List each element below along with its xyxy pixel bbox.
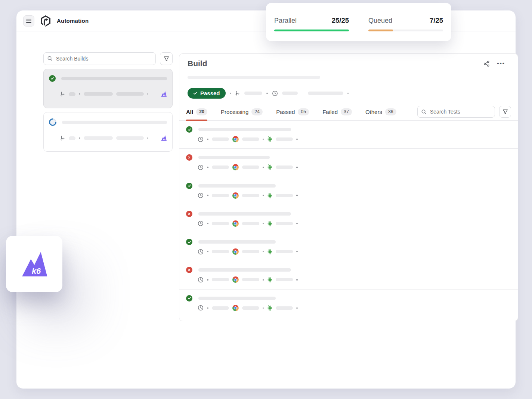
hamburger-menu-button[interactable] — [23, 15, 34, 27]
more-options-icon[interactable]: ••• — [497, 62, 505, 65]
lambdatest-logo-icon — [40, 15, 52, 27]
queued-metric: Queued 7/25 — [368, 16, 443, 41]
test-row[interactable] — [179, 233, 518, 261]
chrome-browser-icon — [232, 248, 239, 255]
branch-icon — [235, 91, 240, 96]
parallel-progress-track — [274, 30, 349, 31]
android-os-icon — [267, 220, 272, 227]
clock-icon — [272, 90, 278, 96]
chrome-browser-icon — [232, 164, 239, 170]
parallel-metric: Parallel 25/25 — [274, 16, 349, 41]
test-row[interactable] — [179, 149, 518, 177]
search-icon — [47, 56, 53, 63]
clock-icon — [198, 220, 204, 226]
filter-builds-button[interactable] — [160, 52, 173, 65]
chrome-browser-icon — [232, 192, 239, 199]
queued-progress-fill — [368, 30, 393, 31]
test-row[interactable] — [179, 121, 518, 149]
k6-framework-card: k6 — [6, 236, 62, 292]
parallel-label: Parallel — [274, 17, 297, 25]
filter-icon — [164, 56, 169, 62]
status-badge: Passed — [188, 88, 226, 99]
queued-value: 7/25 — [430, 16, 443, 25]
branch-icon — [60, 136, 65, 141]
test-row[interactable] — [179, 205, 518, 233]
page-title: Automation — [57, 18, 89, 24]
clock-icon — [198, 136, 204, 142]
android-os-icon — [267, 305, 272, 311]
build-list-item[interactable]: k6 — [43, 69, 173, 108]
k6-framework-icon: k6 — [161, 91, 167, 97]
filter-tests-button[interactable] — [499, 106, 511, 118]
android-os-icon — [267, 192, 272, 199]
test-list — [179, 121, 518, 318]
tab-passed[interactable]: Passed05 — [276, 103, 309, 120]
queued-progress-track — [368, 30, 443, 31]
search-builds-input[interactable] — [43, 52, 156, 65]
build-name-skeleton — [188, 76, 320, 79]
android-os-icon — [267, 248, 272, 255]
svg-text:k6: k6 — [31, 266, 41, 275]
chrome-browser-icon — [232, 220, 239, 227]
clock-icon — [198, 249, 204, 255]
chrome-browser-icon — [232, 276, 239, 283]
build-title: Build — [188, 59, 207, 68]
svg-text:k6: k6 — [163, 94, 166, 96]
build-status-row: Passed — [188, 88, 510, 99]
share-icon[interactable] — [483, 60, 490, 67]
passed-status-icon — [186, 183, 192, 189]
android-os-icon — [267, 164, 272, 170]
clock-icon — [198, 277, 204, 283]
android-os-icon — [267, 276, 272, 283]
clock-icon — [198, 305, 204, 311]
search-tests-box — [417, 106, 495, 118]
search-tests-input[interactable] — [417, 106, 495, 118]
build-detail-panel: Build ••• Passed — [179, 53, 518, 321]
passed-status-icon — [186, 295, 192, 301]
failed-status-icon — [186, 267, 192, 273]
branch-icon — [60, 92, 65, 97]
build-list-item[interactable]: k6 — [43, 112, 173, 152]
parallel-value: 25/25 — [332, 16, 349, 25]
queued-label: Queued — [368, 17, 392, 25]
android-os-icon — [267, 136, 272, 142]
test-row[interactable] — [179, 177, 518, 205]
tests-tabs-row: All20 Processing24 Passed05 Failed37 Oth… — [179, 103, 518, 121]
build-list: k6 k6 — [43, 69, 173, 152]
tab-failed[interactable]: Failed37 — [322, 103, 352, 120]
running-spinner-icon — [47, 117, 58, 127]
search-builds-box — [43, 52, 156, 65]
k6-logo-icon: k6 — [20, 250, 49, 279]
clock-icon — [198, 164, 204, 170]
failed-status-icon — [186, 154, 192, 161]
k6-framework-icon: k6 — [161, 135, 167, 141]
tab-all[interactable]: All20 — [186, 103, 207, 120]
builds-sidebar: k6 k6 — [43, 52, 173, 152]
tab-others[interactable]: Others36 — [365, 103, 396, 120]
clock-icon — [198, 192, 204, 198]
test-row[interactable] — [179, 261, 518, 289]
concurrency-usage-card: Parallel 25/25 Queued 7/25 — [266, 3, 451, 41]
passed-status-icon — [186, 239, 192, 245]
failed-status-icon — [186, 211, 192, 217]
tab-processing[interactable]: Processing24 — [221, 103, 263, 120]
parallel-progress-fill — [274, 30, 349, 31]
chrome-browser-icon — [232, 136, 239, 142]
passed-status-icon — [49, 75, 56, 82]
search-icon — [421, 109, 427, 116]
test-row[interactable] — [179, 290, 518, 318]
filter-icon — [502, 109, 508, 115]
app-window: Automation — [16, 10, 516, 389]
passed-status-icon — [186, 126, 192, 133]
svg-text:k6: k6 — [163, 138, 166, 140]
build-header: Build ••• Passed — [179, 54, 518, 99]
chrome-browser-icon — [232, 305, 239, 311]
